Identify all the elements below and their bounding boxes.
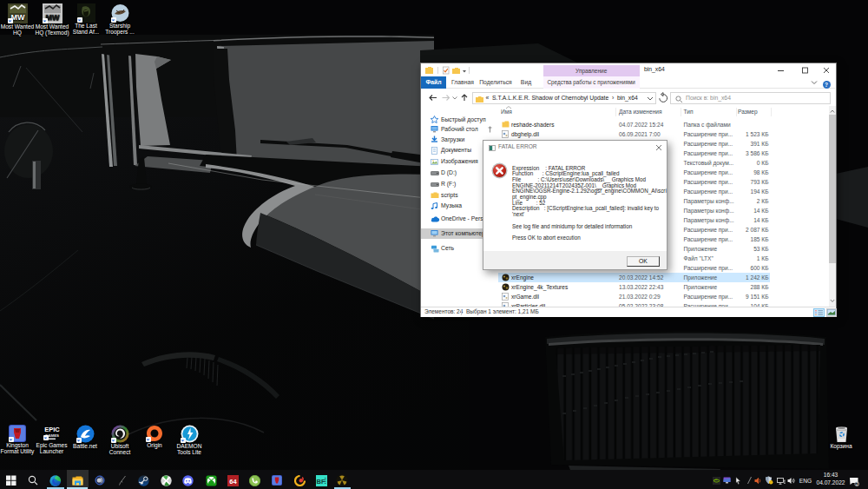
svg-text:64: 64 bbox=[229, 477, 237, 485]
svg-text:2: 2 bbox=[856, 482, 858, 486]
svg-text:EPIC: EPIC bbox=[44, 426, 60, 433]
svg-text:BF: BF bbox=[317, 477, 326, 485]
